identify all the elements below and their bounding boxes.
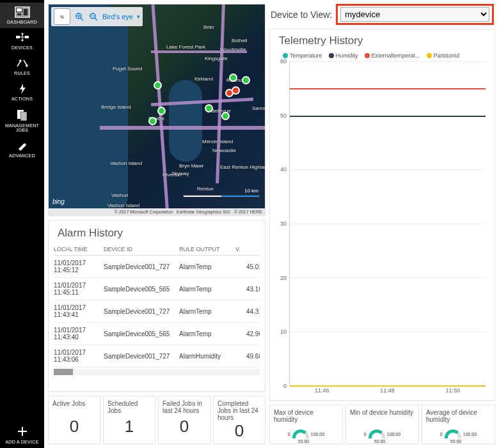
legend-item[interactable]: Humidity — [329, 52, 358, 59]
job-value: 0 — [218, 421, 261, 441]
compass-icon[interactable]: N — [54, 8, 70, 25]
job-label: Active Jobs — [52, 400, 96, 417]
gauge-visual: 0 50.00 100.00 — [350, 429, 415, 438]
map-place-label: Skyway — [171, 171, 189, 176]
svg-rect-2 — [23, 8, 28, 16]
table-row[interactable]: 11/01/2017 11:45:12SampleDevice001_727Al… — [54, 256, 260, 278]
sidebar-item-rules[interactable]: RULES — [0, 54, 44, 79]
map-pin[interactable] — [148, 117, 157, 125]
map-pin[interactable] — [242, 76, 250, 84]
gauge-tile: Min of device humidity 0 50.00 100.00 — [345, 405, 419, 444]
map-canvas[interactable]: BrierBothellLake Forest ParkWoodinvilleD… — [49, 4, 265, 215]
y-tick: 20 — [280, 275, 287, 281]
map-place-label: Bothell — [232, 38, 247, 43]
gauge-row: Max of device humidity 0 50.00 100.00 Mi… — [269, 405, 495, 444]
legend-swatch — [283, 53, 288, 58]
map-place-label: Lake Forest Park — [166, 44, 205, 50]
map-place-label: East Renton Highlands — [220, 164, 265, 170]
job-value: 0 — [52, 417, 96, 436]
legend-item[interactable]: Temperature — [283, 52, 322, 59]
job-tile[interactable]: Failed Jobs in last 24 hours0 — [158, 396, 210, 444]
map-pin[interactable] — [205, 104, 213, 112]
sidebar-item-dashboard[interactable]: DASHBOARD — [0, 3, 44, 28]
map-place-label: Woodinville — [220, 47, 246, 52]
sidebar-label: ADD A DEVICE — [5, 440, 38, 444]
sidebar-label: RULES — [14, 71, 30, 75]
scale-label: 10 km — [244, 188, 258, 194]
legend-swatch — [427, 53, 432, 58]
advanced-icon — [15, 140, 30, 151]
telemetry-chart[interactable]: 0102030405060 11:4611:4811:50 — [289, 61, 486, 398]
svg-rect-4 — [16, 36, 20, 38]
sidebar-label: ACTIONS — [12, 97, 33, 101]
table-row[interactable]: 11/01/2017 11:43:40SampleDevice005_565Al… — [54, 323, 260, 345]
job-label: Scheduled Jobs — [107, 400, 151, 417]
map-pin[interactable] — [229, 73, 237, 82]
series-line — [290, 385, 486, 387]
legend-swatch — [329, 53, 334, 58]
chart-legend: TemperatureHumidityExternaltemperat...Pa… — [283, 52, 489, 59]
zoom-out-icon[interactable] — [88, 12, 99, 22]
map-pin[interactable] — [221, 112, 230, 120]
y-tick: 40 — [280, 166, 287, 173]
map-place-label: Newcastle — [212, 148, 236, 153]
job-tile[interactable]: Completed Jobs in last 24 hours0 — [213, 396, 265, 444]
sidebar-label: MANAGEMENT JOBS — [5, 123, 39, 132]
gauge-label: Max of device humidity — [274, 409, 338, 426]
device-select[interactable]: mydevice — [340, 7, 489, 22]
map-place-label: Puget Sound — [113, 66, 142, 72]
table-row[interactable]: 11/01/2017 11:43:41SampleDevice001_727Al… — [54, 300, 260, 323]
devices-icon — [15, 32, 30, 43]
map-place-label: Vashon Island — [107, 203, 139, 208]
gauge-label: Average of device humidity — [426, 409, 491, 426]
job-value: 0 — [162, 417, 206, 436]
legend-item[interactable]: Externaltemperat... — [365, 52, 420, 59]
sidebar-item-devices[interactable]: DEVICES — [0, 28, 44, 54]
jobs-summary: Active Jobs0Scheduled Jobs1Failed Jobs i… — [48, 396, 265, 444]
jobs-icon — [15, 109, 30, 121]
gauge-tile: Max of device humidity 0 50.00 100.00 — [269, 405, 343, 444]
sidebar-item-management-jobs[interactable]: MANAGEMENT JOBS — [0, 105, 44, 136]
map-pin[interactable] — [154, 81, 162, 89]
x-tick: 11:48 — [380, 387, 395, 398]
sidebar: DASHBOARD DEVICES RULES ACTIONS MANAGEME… — [0, 0, 44, 448]
y-tick: 0 — [283, 383, 287, 389]
alarm-title: Alarm History — [58, 227, 260, 240]
job-label: Failed Jobs in last 24 hours — [162, 400, 206, 417]
sidebar-item-advanced[interactable]: ADVANCED — [0, 136, 44, 162]
sidebar-item-add-device[interactable]: ADD A DEVICE — [0, 421, 44, 448]
bing-logo: bing — [52, 198, 65, 205]
job-tile[interactable]: Active Jobs0 — [48, 396, 100, 444]
map-attribution: © 2017 Microsoft Corporation Earthstar G… — [49, 208, 265, 215]
svg-rect-1 — [17, 8, 22, 12]
svg-rect-5 — [25, 36, 29, 38]
map-view-select[interactable]: Bird's eye — [102, 13, 133, 20]
map-place-label: Mercer Island — [202, 139, 233, 144]
map-place-label: Kirkland — [194, 76, 213, 82]
x-tick: 11:46 — [315, 387, 329, 398]
horizontal-scrollbar[interactable] — [54, 369, 260, 375]
map-place-label: Brier — [203, 24, 214, 30]
map-panel[interactable]: N Bird's eye ▾ BrierBothellLake Forest P… — [48, 4, 265, 216]
legend-item[interactable]: PartitionId — [427, 52, 460, 59]
map-pin[interactable] — [157, 107, 166, 115]
device-selector-label: Device to View: — [271, 10, 332, 20]
zoom-in-icon[interactable] — [74, 12, 84, 22]
y-tick: 10 — [280, 328, 287, 335]
map-pin[interactable] — [232, 86, 240, 95]
table-row[interactable]: 11/01/2017 11:45:11SampleDevice005_565Al… — [54, 278, 260, 300]
job-tile[interactable]: Scheduled Jobs1 — [103, 396, 155, 444]
map-place-label: Bryn Mawr — [179, 163, 203, 169]
table-row[interactable]: 11/01/2017 11:43:06SampleDevice001_727Al… — [54, 345, 260, 367]
sidebar-item-actions[interactable]: ACTIONS — [0, 79, 44, 105]
y-tick: 50 — [280, 112, 287, 119]
map-place-label: Bridge Island — [101, 104, 131, 110]
gauge-visual: 0 50.00 100.00 — [274, 429, 338, 438]
map-place-label: Kingsgate — [205, 56, 228, 61]
map-toolbar: N Bird's eye ▾ — [51, 7, 143, 26]
alarm-history-panel: Alarm History LOCAL TIME DEVICE ID RULE … — [48, 220, 265, 392]
gauge-arc-icon: 50.00 — [368, 429, 385, 438]
sidebar-label: ADVANCED — [9, 153, 35, 158]
dashboard-icon — [15, 6, 30, 18]
svg-rect-9 — [20, 112, 27, 121]
